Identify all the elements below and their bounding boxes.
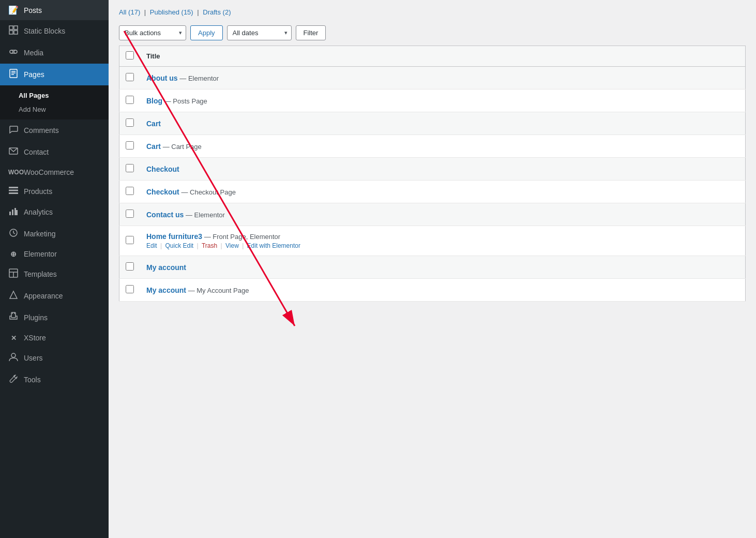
svg-rect-2 <box>9 31 13 34</box>
sidebar-item-products[interactable]: Products <box>0 182 109 201</box>
table-row: Checkout — Checkout Page <box>119 181 746 203</box>
sidebar-label-appearance: Appearance <box>24 292 63 300</box>
sidebar-item-contact[interactable]: Contact <box>0 141 109 163</box>
posts-icon: 📝 <box>8 5 19 15</box>
page-title-link[interactable]: About us <box>146 74 178 82</box>
media-icon <box>8 47 19 58</box>
table-row: About us — Elementor <box>119 67 746 89</box>
tools-icon <box>8 374 19 385</box>
page-title-link[interactable]: Contact us <box>146 211 184 219</box>
published-filter-link[interactable]: Published (15) <box>150 8 195 16</box>
submenu-add-new[interactable]: Add New <box>0 102 109 116</box>
row-action-edit[interactable]: Edit <box>146 242 157 249</box>
page-title-link[interactable]: Checkout <box>146 165 179 173</box>
row-action-trash[interactable]: Trash <box>202 242 217 249</box>
row-checkbox[interactable] <box>126 73 134 81</box>
row-checkbox[interactable] <box>126 210 134 218</box>
analytics-icon <box>8 206 19 218</box>
date-filter-wrapper: All dates January 2024 February 2024 ▾ <box>227 25 292 40</box>
all-filter-link[interactable]: All (17) <box>119 8 142 16</box>
sidebar-item-appearance[interactable]: Appearance <box>0 285 109 307</box>
plugins-icon <box>8 312 19 323</box>
row-checkbox[interactable] <box>126 262 134 271</box>
row-checkbox[interactable] <box>126 236 134 244</box>
appearance-icon <box>8 290 19 302</box>
woocommerce-icon: WOO <box>8 169 19 176</box>
sidebar-label-users: Users <box>24 354 43 362</box>
svg-rect-14 <box>9 190 18 191</box>
page-title-link[interactable]: Cart <box>146 119 161 128</box>
sidebar-item-static-blocks[interactable]: Static Blocks <box>0 20 109 42</box>
sidebar-label-xstore: XStore <box>24 334 46 342</box>
page-header: All (17) | Published (15) | Drafts (2) B… <box>109 0 756 46</box>
table-row: My account — My Account Page <box>119 279 746 302</box>
select-all-checkbox[interactable] <box>126 51 134 59</box>
contact-icon <box>8 146 19 158</box>
page-title-link[interactable]: Cart <box>146 142 161 151</box>
templates-icon <box>8 268 19 280</box>
sidebar-item-media[interactable]: Media <box>0 42 109 64</box>
sidebar-label-static-blocks: Static Blocks <box>24 27 65 35</box>
sidebar-item-users[interactable]: Users <box>0 347 109 369</box>
page-title-suffix: — Front Page, Elementor <box>202 233 280 241</box>
row-action-edit-elementor[interactable]: Edit with Elementor <box>247 242 300 249</box>
filter-button[interactable]: Filter <box>296 25 326 40</box>
table-row: Cart — Cart Page <box>119 135 746 158</box>
row-checkbox[interactable] <box>126 96 134 104</box>
table-row: My account <box>119 256 746 279</box>
sidebar-item-elementor[interactable]: ⊕ Elementor <box>0 245 109 263</box>
svg-rect-17 <box>12 210 13 215</box>
sidebar-item-analytics[interactable]: Analytics <box>0 201 109 223</box>
toolbar: Bulk actions Edit Move to Trash ▾ Apply … <box>119 21 746 46</box>
sidebar-item-posts[interactable]: 📝 Posts <box>0 0 109 20</box>
table-row: Cart <box>119 112 746 135</box>
sidebar-label-pages: Pages <box>24 70 44 79</box>
page-title-link[interactable]: Home furniture3 <box>146 232 202 241</box>
sidebar-label-elementor: Elementor <box>24 250 57 258</box>
table-row: Contact us — Elementor <box>119 203 746 226</box>
date-filter-select[interactable]: All dates January 2024 February 2024 <box>227 25 292 40</box>
page-title-link[interactable]: My account <box>146 263 186 272</box>
drafts-filter-link[interactable]: Drafts (2) <box>203 8 231 16</box>
static-blocks-icon <box>8 25 19 37</box>
submenu-all-pages[interactable]: All Pages <box>0 88 109 102</box>
sidebar-item-comments[interactable]: Comments <box>0 119 109 141</box>
page-title-link[interactable]: My account <box>146 286 186 294</box>
sidebar-item-woocommerce[interactable]: WOO WooCommerce <box>0 163 109 182</box>
row-checkbox[interactable] <box>126 285 134 293</box>
table-header-row: Title <box>119 46 746 67</box>
row-checkbox[interactable] <box>126 187 134 195</box>
bulk-actions-select[interactable]: Bulk actions Edit Move to Trash <box>119 25 186 40</box>
table-row: Blog — Posts Page <box>119 89 746 112</box>
page-title-link[interactable]: Blog <box>146 97 162 105</box>
svg-rect-16 <box>9 212 11 215</box>
pages-icon <box>8 69 19 80</box>
table-row: Checkout <box>119 158 746 181</box>
row-checkbox[interactable] <box>126 141 134 150</box>
sidebar-item-plugins[interactable]: Plugins <box>0 307 109 328</box>
sidebar-label-woocommerce: WooCommerce <box>24 168 74 176</box>
row-checkbox[interactable] <box>126 164 134 172</box>
products-icon <box>8 187 19 196</box>
row-action-quick-edit[interactable]: Quick Edit <box>165 242 193 249</box>
page-stats: All (17) | Published (15) | Drafts (2) <box>119 8 746 16</box>
sidebar-label-analytics: Analytics <box>24 208 53 216</box>
page-title-link[interactable]: Checkout <box>146 188 179 196</box>
apply-button[interactable]: Apply <box>190 25 223 40</box>
sidebar-item-marketing[interactable]: Marketing <box>0 223 109 245</box>
sidebar-item-pages[interactable]: Pages <box>0 64 109 85</box>
svg-rect-23 <box>11 312 16 318</box>
page-title-suffix: — Checkout Page <box>179 188 236 196</box>
users-icon <box>8 352 19 364</box>
checkbox-column-header <box>119 46 141 67</box>
marketing-icon <box>8 228 19 240</box>
sidebar-label-tools: Tools <box>24 376 41 384</box>
row-action-view[interactable]: View <box>225 242 239 249</box>
sidebar-item-templates[interactable]: Templates <box>0 263 109 285</box>
sidebar-item-tools[interactable]: Tools <box>0 369 109 391</box>
page-title-suffix: — My Account Page <box>186 287 249 294</box>
sidebar-item-xstore[interactable]: ✕ XStore <box>0 328 109 347</box>
pages-table: Title About us — ElementorBlog — Posts P… <box>119 46 746 302</box>
row-checkbox[interactable] <box>126 118 134 127</box>
sidebar-label-products: Products <box>24 187 52 196</box>
